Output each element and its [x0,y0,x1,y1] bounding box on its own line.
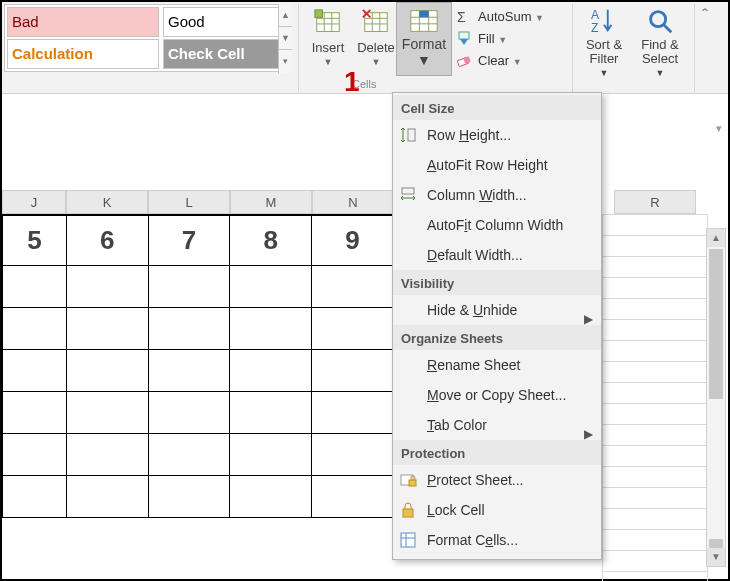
cell[interactable] [148,265,230,307]
gallery-more-icon[interactable]: ▾ [279,50,292,73]
grid-right[interactable] [602,214,708,579]
cell[interactable] [230,307,312,349]
cell[interactable] [148,349,230,391]
cell[interactable] [3,433,67,475]
data-grid[interactable]: 56789 [2,214,394,579]
cell[interactable] [148,433,230,475]
clear-button[interactable]: Clear ▼ [456,50,568,72]
cell[interactable] [603,341,708,362]
style-bad[interactable]: Bad [7,7,159,37]
style-check-cell[interactable]: Check Cell [163,39,287,69]
cell[interactable] [603,236,708,257]
menu-move-copy[interactable]: Move or Copy Sheet... [393,380,601,410]
sort-filter-button[interactable]: AZ Sort & Filter ▼ [578,6,630,80]
menu-protect-sheet[interactable]: Protect Sheet... [393,465,601,495]
style-calculation[interactable]: Calculation [7,39,159,69]
cell[interactable] [603,467,708,488]
gallery-up-icon[interactable]: ▲ [279,4,292,27]
menu-column-width[interactable]: Column Width... [393,180,601,210]
cell[interactable] [230,265,312,307]
cell[interactable] [312,307,394,349]
colhdr-K[interactable]: K [66,190,148,214]
format-button[interactable]: Format ▼ [396,2,452,76]
formula-bar-expand-icon[interactable]: ▾ [716,122,722,135]
cell[interactable]: 9 [312,215,394,265]
cell-styles-gallery[interactable]: Bad Good Calculation Check Cell ▲ ▼ ▾ [4,4,292,72]
menu-row-height[interactable]: Row Height... [393,120,601,150]
vertical-scrollbar[interactable]: ▲ ▼ [706,228,726,567]
menu-default-width[interactable]: Default Width... [393,240,601,270]
cell[interactable] [230,391,312,433]
autosum-button[interactable]: Σ AutoSum ▼ [456,6,568,28]
cell[interactable]: 7 [148,215,230,265]
menu-hide-unhide[interactable]: Hide & Unhide ▶ [393,295,601,325]
cell[interactable] [66,265,148,307]
menu-rename-sheet[interactable]: Rename Sheet [393,350,601,380]
menu-autofit-row-height[interactable]: AutoFit Row Height [393,150,601,180]
colhdr-J[interactable]: J [2,190,66,214]
cell[interactable] [312,475,394,517]
scroll-down-icon[interactable]: ▼ [707,548,725,566]
colhdr-N[interactable]: N [312,190,394,214]
cell[interactable] [312,433,394,475]
menu-autofit-column-width[interactable]: AutoFit Column Width [393,210,601,240]
cell[interactable] [148,307,230,349]
menu-tab-color[interactable]: Tab Color ▶ [393,410,601,440]
scroll-up-icon[interactable]: ▲ [707,229,725,247]
ribbon-options-icon[interactable]: ˆ [702,6,708,27]
gallery-scroll[interactable]: ▲ ▼ ▾ [278,4,292,74]
cell[interactable]: 5 [3,215,67,265]
cell[interactable]: 8 [230,215,312,265]
find-select-button[interactable]: Find & Select ▼ [634,6,686,80]
cell[interactable] [3,391,67,433]
cell[interactable] [603,299,708,320]
colhdr-M[interactable]: M [230,190,312,214]
cell[interactable] [148,391,230,433]
cell[interactable] [66,475,148,517]
cell[interactable] [3,265,67,307]
cell[interactable] [603,425,708,446]
cell[interactable] [230,475,312,517]
scroll-thumb[interactable] [709,249,723,399]
cell[interactable] [312,391,394,433]
cell[interactable] [603,572,708,582]
cell[interactable] [148,475,230,517]
cell[interactable] [312,349,394,391]
cell[interactable] [603,215,708,236]
cell[interactable] [230,349,312,391]
cell[interactable] [603,488,708,509]
clear-label: Clear [478,53,509,68]
cell[interactable] [66,307,148,349]
cell[interactable] [603,278,708,299]
cell[interactable] [603,404,708,425]
menu-lock-cell[interactable]: Lock Cell [393,495,601,525]
svg-rect-27 [408,129,415,141]
cell[interactable] [312,265,394,307]
cell[interactable] [603,509,708,530]
worksheet[interactable]: ▾ J K L M N R 56789 ▲ ▼ [2,120,728,579]
insert-button[interactable]: Insert ▼ [304,4,352,74]
gallery-down-icon[interactable]: ▼ [279,27,292,50]
cell[interactable] [603,320,708,341]
fill-button[interactable]: Fill ▼ [456,28,568,50]
menu-format-cells[interactable]: Format Cells... [393,525,601,555]
cell[interactable] [230,433,312,475]
delete-button[interactable]: Delete ▼ [352,4,400,74]
cell[interactable] [66,391,148,433]
style-good[interactable]: Good [163,7,287,37]
cell[interactable] [603,362,708,383]
cell[interactable] [603,551,708,572]
cell[interactable] [66,433,148,475]
cell[interactable] [603,257,708,278]
cell[interactable] [603,383,708,404]
cell[interactable] [3,475,67,517]
cell[interactable] [3,349,67,391]
colhdr-R[interactable]: R [614,190,696,214]
cell[interactable] [3,307,67,349]
cell[interactable] [603,530,708,551]
cell[interactable] [66,349,148,391]
colhdr-L[interactable]: L [148,190,230,214]
menu-section-organize: Organize Sheets [393,325,601,350]
cell[interactable] [603,446,708,467]
cell[interactable]: 6 [66,215,148,265]
